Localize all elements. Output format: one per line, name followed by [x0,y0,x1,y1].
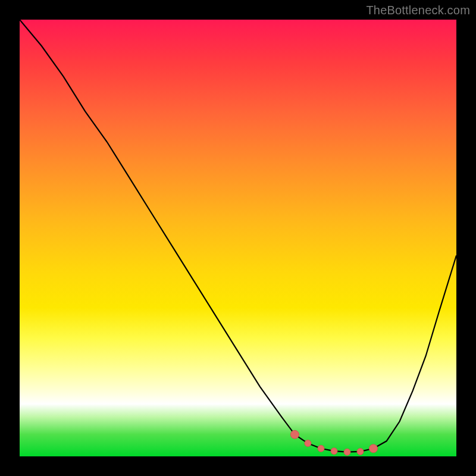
watermark-text: TheBottleneck.com [366,4,470,17]
curve-path [20,20,456,452]
marker-point [357,448,364,455]
chart-frame: TheBottleneck.com [0,0,476,476]
marker-point [331,448,337,455]
plot-area [20,20,456,456]
marker-group [290,430,377,455]
marker-point [318,445,324,452]
marker-point [290,430,299,439]
marker-point [344,449,350,455]
marker-point [305,440,311,447]
marker-point [369,444,378,453]
bottleneck-curve [20,20,456,456]
